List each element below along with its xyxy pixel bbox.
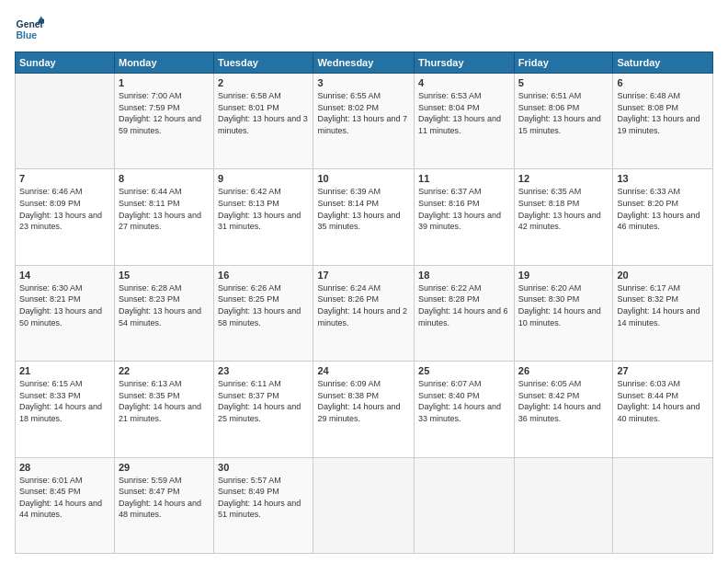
day-number: 28 (19, 462, 110, 473)
svg-text:Blue: Blue (17, 30, 38, 40)
calendar-cell: 10Sunrise: 6:39 AMSunset: 8:14 PMDayligh… (313, 169, 415, 265)
day-info: Sunrise: 6:58 AMSunset: 8:01 PMDaylight:… (218, 90, 309, 136)
calendar-cell: 20Sunrise: 6:17 AMSunset: 8:32 PMDayligh… (613, 265, 713, 361)
logo-icon: General Blue (15, 15, 44, 44)
weekday-header-row: SundayMondayTuesdayWednesdayThursdayFrid… (16, 52, 713, 74)
day-number: 17 (317, 270, 410, 281)
calendar-cell: 18Sunrise: 6:22 AMSunset: 8:28 PMDayligh… (415, 265, 515, 361)
day-info: Sunrise: 6:09 AMSunset: 8:38 PMDaylight:… (317, 378, 410, 424)
calendar-cell: 17Sunrise: 6:24 AMSunset: 8:26 PMDayligh… (313, 265, 415, 361)
calendar-cell: 25Sunrise: 6:07 AMSunset: 8:40 PMDayligh… (415, 362, 515, 457)
calendar-cell: 21Sunrise: 6:15 AMSunset: 8:33 PMDayligh… (16, 362, 115, 457)
weekday-monday: Monday (114, 52, 213, 74)
day-info: Sunrise: 6:24 AMSunset: 8:26 PMDaylight:… (317, 282, 410, 328)
calendar-cell: 13Sunrise: 6:33 AMSunset: 8:20 PMDayligh… (613, 169, 713, 265)
day-number: 30 (218, 462, 309, 473)
day-info: Sunrise: 6:35 AMSunset: 8:18 PMDaylight:… (518, 186, 609, 232)
day-number: 20 (617, 270, 709, 281)
day-number: 25 (418, 365, 510, 376)
day-number: 26 (518, 365, 609, 376)
calendar-cell (415, 457, 515, 553)
calendar-cell: 16Sunrise: 6:26 AMSunset: 8:25 PMDayligh… (214, 265, 313, 361)
day-number: 7 (19, 173, 110, 184)
day-number: 16 (218, 270, 309, 281)
day-number: 18 (418, 270, 510, 281)
day-info: Sunrise: 6:22 AMSunset: 8:28 PMDaylight:… (418, 282, 510, 328)
calendar-cell: 11Sunrise: 6:37 AMSunset: 8:16 PMDayligh… (415, 169, 515, 265)
calendar-cell: 4Sunrise: 6:53 AMSunset: 8:04 PMDaylight… (415, 74, 515, 169)
day-info: Sunrise: 6:42 AMSunset: 8:13 PMDaylight:… (218, 186, 309, 232)
calendar-cell: 19Sunrise: 6:20 AMSunset: 8:30 PMDayligh… (514, 265, 613, 361)
week-row-3: 21Sunrise: 6:15 AMSunset: 8:33 PMDayligh… (16, 362, 713, 457)
day-number: 6 (617, 77, 709, 88)
calendar-cell (514, 457, 613, 553)
calendar-cell: 15Sunrise: 6:28 AMSunset: 8:23 PMDayligh… (114, 265, 213, 361)
day-info: Sunrise: 6:55 AMSunset: 8:02 PMDaylight:… (317, 90, 410, 136)
calendar-cell (16, 74, 115, 169)
calendar-table: SundayMondayTuesdayWednesdayThursdayFrid… (15, 52, 713, 554)
day-info: Sunrise: 6:20 AMSunset: 8:30 PMDaylight:… (518, 282, 609, 328)
header: General Blue (15, 15, 713, 44)
day-info: Sunrise: 6:46 AMSunset: 8:09 PMDaylight:… (19, 186, 110, 232)
day-number: 1 (119, 77, 210, 88)
weekday-friday: Friday (514, 52, 613, 74)
week-row-1: 7Sunrise: 6:46 AMSunset: 8:09 PMDaylight… (16, 169, 713, 265)
week-row-4: 28Sunrise: 6:01 AMSunset: 8:45 PMDayligh… (16, 457, 713, 553)
day-info: Sunrise: 6:30 AMSunset: 8:21 PMDaylight:… (19, 282, 110, 328)
day-number: 27 (617, 365, 709, 376)
day-number: 29 (119, 462, 210, 473)
day-number: 10 (317, 173, 410, 184)
day-info: Sunrise: 6:44 AMSunset: 8:11 PMDaylight:… (119, 186, 210, 232)
day-number: 5 (518, 77, 609, 88)
day-info: Sunrise: 6:07 AMSunset: 8:40 PMDaylight:… (418, 378, 510, 424)
day-info: Sunrise: 6:39 AMSunset: 8:14 PMDaylight:… (317, 186, 410, 232)
day-number: 23 (218, 365, 309, 376)
calendar-cell: 30Sunrise: 5:57 AMSunset: 8:49 PMDayligh… (214, 457, 313, 553)
calendar-cell (613, 457, 713, 553)
day-number: 3 (317, 77, 410, 88)
calendar-cell: 2Sunrise: 6:58 AMSunset: 8:01 PMDaylight… (214, 74, 313, 169)
day-info: Sunrise: 6:48 AMSunset: 8:08 PMDaylight:… (617, 90, 709, 136)
day-info: Sunrise: 6:17 AMSunset: 8:32 PMDaylight:… (617, 282, 709, 328)
calendar-header: SundayMondayTuesdayWednesdayThursdayFrid… (16, 52, 713, 74)
calendar-cell: 9Sunrise: 6:42 AMSunset: 8:13 PMDaylight… (214, 169, 313, 265)
calendar-cell: 8Sunrise: 6:44 AMSunset: 8:11 PMDaylight… (114, 169, 213, 265)
day-info: Sunrise: 6:28 AMSunset: 8:23 PMDaylight:… (119, 282, 210, 328)
calendar-cell: 29Sunrise: 5:59 AMSunset: 8:47 PMDayligh… (114, 457, 213, 553)
day-info: Sunrise: 6:51 AMSunset: 8:06 PMDaylight:… (518, 90, 609, 136)
day-number: 8 (119, 173, 210, 184)
day-info: Sunrise: 6:37 AMSunset: 8:16 PMDaylight:… (418, 186, 510, 232)
calendar-body: 1Sunrise: 7:00 AMSunset: 7:59 PMDaylight… (16, 74, 713, 554)
calendar-cell: 12Sunrise: 6:35 AMSunset: 8:18 PMDayligh… (514, 169, 613, 265)
weekday-wednesday: Wednesday (313, 52, 415, 74)
day-info: Sunrise: 6:03 AMSunset: 8:44 PMDaylight:… (617, 378, 709, 424)
calendar-cell: 28Sunrise: 6:01 AMSunset: 8:45 PMDayligh… (16, 457, 115, 553)
day-info: Sunrise: 6:26 AMSunset: 8:25 PMDaylight:… (218, 282, 309, 328)
day-info: Sunrise: 6:11 AMSunset: 8:37 PMDaylight:… (218, 378, 309, 424)
day-number: 24 (317, 365, 410, 376)
logo: General Blue (15, 15, 48, 44)
calendar-cell: 22Sunrise: 6:13 AMSunset: 8:35 PMDayligh… (114, 362, 213, 457)
calendar-cell: 6Sunrise: 6:48 AMSunset: 8:08 PMDaylight… (613, 74, 713, 169)
day-info: Sunrise: 6:15 AMSunset: 8:33 PMDaylight:… (19, 378, 110, 424)
calendar-cell: 1Sunrise: 7:00 AMSunset: 7:59 PMDaylight… (114, 74, 213, 169)
day-number: 9 (218, 173, 309, 184)
weekday-thursday: Thursday (415, 52, 515, 74)
weekday-tuesday: Tuesday (214, 52, 313, 74)
calendar-cell: 5Sunrise: 6:51 AMSunset: 8:06 PMDaylight… (514, 74, 613, 169)
day-info: Sunrise: 6:53 AMSunset: 8:04 PMDaylight:… (418, 90, 510, 136)
day-number: 11 (418, 173, 510, 184)
day-info: Sunrise: 6:05 AMSunset: 8:42 PMDaylight:… (518, 378, 609, 424)
day-number: 13 (617, 173, 709, 184)
calendar-cell (313, 457, 415, 553)
day-number: 19 (518, 270, 609, 281)
day-info: Sunrise: 5:59 AMSunset: 8:47 PMDaylight:… (119, 475, 210, 521)
day-info: Sunrise: 6:13 AMSunset: 8:35 PMDaylight:… (119, 378, 210, 424)
day-number: 21 (19, 365, 110, 376)
calendar-cell: 23Sunrise: 6:11 AMSunset: 8:37 PMDayligh… (214, 362, 313, 457)
day-number: 22 (119, 365, 210, 376)
week-row-0: 1Sunrise: 7:00 AMSunset: 7:59 PMDaylight… (16, 74, 713, 169)
day-number: 12 (518, 173, 609, 184)
weekday-saturday: Saturday (613, 52, 713, 74)
day-number: 14 (19, 270, 110, 281)
